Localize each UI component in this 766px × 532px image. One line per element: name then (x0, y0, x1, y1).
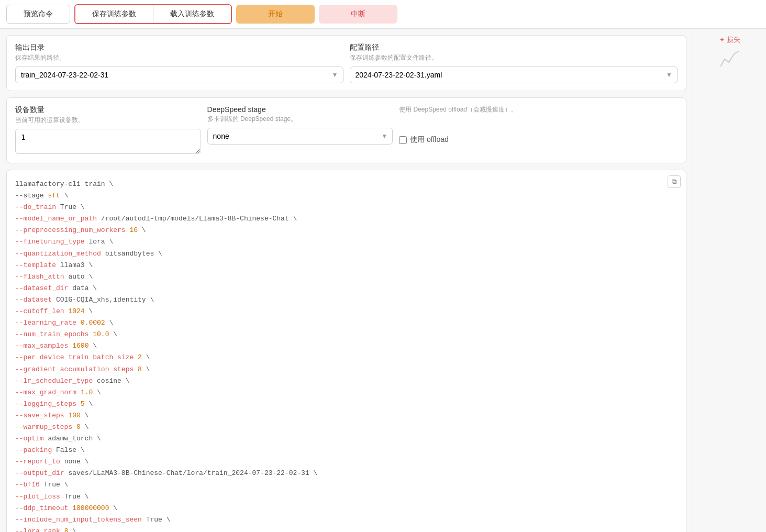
deepspeed-section: DeepSpeed stage 多卡训练的 DeepSpeed stage。 n… (207, 105, 393, 156)
output-dir-section: 输出目录 保存结果的路径。 train_2024-07-23-22-02-31 … (15, 43, 343, 83)
offload-section: 使用 DeepSpeed offload（会减慢速度）。 使用 offload (399, 105, 678, 156)
save-params-button[interactable]: 保存训练参数 (75, 5, 153, 23)
code-lines: llamafactory-cli train \ --stage sft \ -… (15, 179, 678, 532)
device-deepspeed-card: 设备数量 当前可用的运算设备数。 1 DeepSpeed stage 多卡训练的… (6, 97, 686, 163)
deepspeed-desc: 多卡训练的 DeepSpeed stage。 (207, 115, 393, 124)
config-path-desc: 保存训练参数的配置文件路径。 (350, 53, 678, 62)
right-panel: ✦ 损失 (693, 29, 766, 532)
offload-checkbox-row: 使用 offload (399, 135, 678, 145)
code-block: ⧉ llamafactory-cli train \ --stage sft \… (6, 170, 686, 532)
left-panel: 输出目录 保存结果的路径。 train_2024-07-23-22-02-31 … (0, 29, 693, 532)
offload-checkbox[interactable] (399, 136, 407, 144)
stop-button[interactable]: 中断 (319, 5, 397, 24)
config-path-title: 配置路径 (350, 43, 678, 52)
device-count-section: 设备数量 当前可用的运算设备数。 1 (15, 105, 201, 156)
output-dir-select[interactable]: train_2024-07-23-22-02-31 (15, 66, 343, 83)
preview-button[interactable]: 预览命令 (6, 5, 70, 24)
output-dir-desc: 保存结果的路径。 (15, 53, 343, 62)
top-bar: 预览命令 保存训练参数 载入训练参数 开始 中断 (0, 0, 766, 29)
loss-label: ✦ 损失 (719, 35, 740, 45)
offload-label: 使用 offload (410, 135, 449, 145)
deepspeed-wrapper: none ▼ (207, 128, 393, 145)
paths-card: 输出目录 保存结果的路径。 train_2024-07-23-22-02-31 … (6, 35, 686, 91)
copy-code-button[interactable]: ⧉ (668, 175, 681, 188)
chart-icon (719, 49, 740, 71)
load-params-button[interactable]: 载入训练参数 (153, 5, 231, 23)
device-count-input[interactable]: 1 (15, 129, 201, 154)
offload-desc: 使用 DeepSpeed offload（会减慢速度）。 (399, 105, 678, 114)
config-path-wrapper: 2024-07-23-22-02-31.yaml ▼ (350, 66, 678, 83)
config-path-select[interactable]: 2024-07-23-22-02-31.yaml (350, 66, 678, 83)
device-count-title: 设备数量 (15, 105, 201, 115)
loss-text: 损失 (727, 35, 740, 45)
config-path-section: 配置路径 保存训练参数的配置文件路径。 2024-07-23-22-02-31.… (350, 43, 678, 83)
deepspeed-title: DeepSpeed stage (207, 105, 393, 114)
loss-icon: ✦ (719, 36, 725, 43)
start-button[interactable]: 开始 (236, 5, 315, 24)
main-content: 输出目录 保存结果的路径。 train_2024-07-23-22-02-31 … (0, 29, 766, 532)
output-dir-title: 输出目录 (15, 43, 343, 52)
deepspeed-select[interactable]: none (207, 128, 393, 145)
output-dir-wrapper: train_2024-07-23-22-02-31 ▼ (15, 66, 343, 83)
device-count-desc: 当前可用的运算设备数。 (15, 116, 201, 125)
